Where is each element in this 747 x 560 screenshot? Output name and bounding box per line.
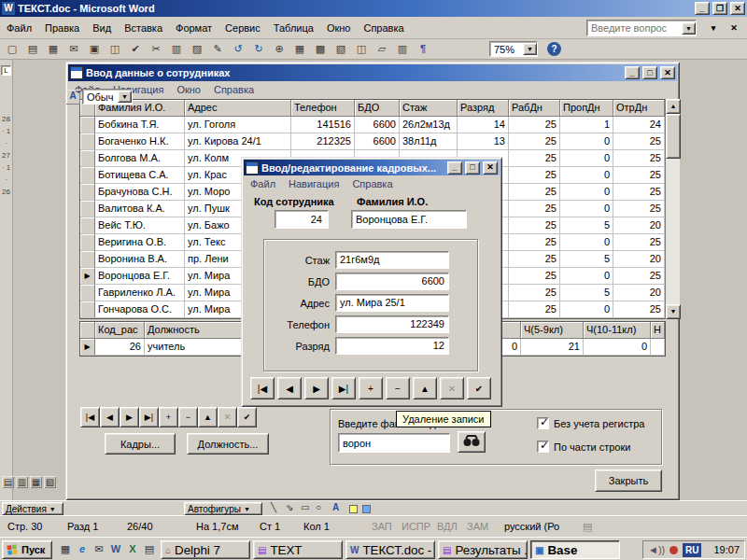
field-input[interactable]: 12 xyxy=(335,337,449,355)
grid-cell[interactable]: 25 xyxy=(613,268,665,285)
scroll-down-icon[interactable]: ▼ xyxy=(666,304,681,319)
word-icon[interactable]: W xyxy=(108,541,123,556)
grid-cell[interactable]: 26 xyxy=(95,339,145,356)
grid-cell[interactable]: ул. Гоголя xyxy=(185,117,291,133)
close-button[interactable]: ✕ xyxy=(660,66,675,79)
grid-cell[interactable]: 25 xyxy=(509,117,560,133)
grid-cell[interactable]: 0 xyxy=(560,133,613,150)
checkbox-icon[interactable] xyxy=(537,417,549,429)
grid-cell[interactable]: 26л2м13д xyxy=(400,117,458,133)
ie-icon[interactable]: e xyxy=(75,541,90,556)
minimize-button[interactable]: _ xyxy=(625,66,640,79)
taskbar-task-button[interactable]: ▤ TEXT xyxy=(253,540,343,559)
grid-cell[interactable]: 25 xyxy=(613,301,665,318)
grid-cell[interactable]: 5 xyxy=(560,251,613,268)
clock[interactable]: 19:07 xyxy=(713,544,740,555)
columns-icon[interactable]: ◫ xyxy=(353,41,370,58)
grid-cell[interactable]: 38л11д xyxy=(400,133,458,150)
kadry-button[interactable]: Кадры... xyxy=(105,433,176,455)
zoom-combobox[interactable]: 75% ▼ xyxy=(489,41,538,57)
checkbox-ignore-case[interactable]: Без учета регистра xyxy=(537,417,644,429)
code-field[interactable]: 24 xyxy=(275,210,329,229)
grid-cell[interactable]: 0 xyxy=(584,339,651,356)
word-menu-item[interactable]: Вставка xyxy=(118,17,169,39)
grid-cell[interactable]: 0 xyxy=(560,184,613,201)
ruler-tab-icon[interactable]: L xyxy=(1,65,11,76)
grid-cell[interactable]: Брачунова С.Н. xyxy=(95,184,185,201)
word-menu-item[interactable]: Файл xyxy=(0,17,38,39)
dialog-menu-item[interactable]: Навигация xyxy=(282,176,345,191)
grid-cell[interactable]: 25 xyxy=(613,201,665,217)
nav-last-button[interactable]: ▶| xyxy=(331,377,356,399)
actions-menu-button[interactable]: Действия▼ xyxy=(2,502,63,515)
grid-cell[interactable]: 14 xyxy=(458,117,509,133)
grid-cell[interactable]: Бобкина Т.Я. xyxy=(95,117,185,133)
grid-cell[interactable]: Воронцова Е.Г. xyxy=(95,268,185,285)
help-icon[interactable]: ? xyxy=(547,42,561,56)
scrollbar-thumb[interactable] xyxy=(666,114,681,159)
field-input[interactable]: 6600 xyxy=(335,273,449,290)
nav-prior-button[interactable]: ◀ xyxy=(100,407,120,427)
grid-cell[interactable]: 0 xyxy=(560,234,613,251)
maximize-button[interactable]: □ xyxy=(642,66,657,79)
nav-delete-button[interactable]: − xyxy=(178,407,198,427)
rectangle-icon[interactable]: ▭ xyxy=(301,502,309,512)
grid-cell[interactable]: 6600 xyxy=(355,117,400,133)
grid-cell[interactable]: 24 xyxy=(613,117,665,133)
new-document-icon[interactable]: ▢ xyxy=(4,41,21,58)
grid-cell[interactable]: 0 xyxy=(560,268,613,285)
grid-scrollbar[interactable]: ▲ ▼ xyxy=(665,99,680,319)
tables-borders-icon[interactable]: ▦ xyxy=(291,41,308,58)
grid-cell[interactable]: 6600 xyxy=(355,133,400,150)
wordart-icon[interactable]: А xyxy=(332,502,339,512)
close-button[interactable]: ✕ xyxy=(730,2,745,15)
normal-view-icon[interactable]: ▤ xyxy=(2,476,14,488)
open-icon[interactable]: ▤ xyxy=(24,41,41,58)
grid-cell[interactable]: 141516 xyxy=(291,117,355,133)
format-painter-icon[interactable]: ✎ xyxy=(209,41,226,58)
search-button[interactable] xyxy=(458,431,486,453)
grid-cell[interactable]: 25 xyxy=(613,150,665,167)
grid-cell[interactable]: 5 xyxy=(560,217,613,234)
folder-icon[interactable]: ▤ xyxy=(142,541,157,556)
nav-prior-button[interactable]: ◀ xyxy=(277,377,302,399)
nav-next-button[interactable]: ▶ xyxy=(304,377,329,399)
insert-table-icon[interactable]: ▩ xyxy=(312,41,329,58)
name-field[interactable]: Воронцова Е.Г. xyxy=(351,210,467,229)
close-document-icon[interactable]: ✕ xyxy=(726,21,741,35)
minimize-button[interactable]: _ xyxy=(447,161,462,175)
grid-cell[interactable]: 25 xyxy=(509,150,560,167)
app-menu-item[interactable]: Справка xyxy=(207,82,261,98)
table-row[interactable]: Бобкина Т.Я. ул. Гоголя 141516 6600 26л2… xyxy=(80,117,665,133)
show-desktop-icon[interactable]: ▦ xyxy=(58,541,73,556)
nav-post-button[interactable]: ✔ xyxy=(467,377,491,399)
line-color-icon[interactable] xyxy=(362,505,371,513)
grid-cell[interactable]: 25 xyxy=(509,133,560,150)
grid-cell[interactable]: Гавриленко Л.А. xyxy=(95,285,185,301)
grid-cell[interactable]: ул. Кирова 24/1 xyxy=(185,133,291,150)
word-menu-item[interactable]: Правка xyxy=(38,17,86,39)
autoshapes-menu-button[interactable]: Автофигуры▼ xyxy=(184,502,262,515)
nav-first-button[interactable]: |◀ xyxy=(250,377,275,399)
grid-cell[interactable]: 25 xyxy=(509,184,560,201)
save-icon[interactable]: ▦ xyxy=(45,41,62,58)
table-row[interactable]: Богаченко Н.К. ул. Кирова 24/1 212325 66… xyxy=(80,133,665,150)
grid-cell[interactable]: 20 xyxy=(613,251,665,268)
styles-icon[interactable]: А xyxy=(65,90,80,105)
maximize-button[interactable]: □ xyxy=(465,161,480,175)
grid-cell[interactable]: 25 xyxy=(509,217,560,234)
field-input[interactable]: 122349 xyxy=(335,315,449,333)
email-icon[interactable]: ✉ xyxy=(65,41,82,58)
checkbox-icon[interactable] xyxy=(537,441,549,453)
grid-cell[interactable]: 25 xyxy=(509,285,560,301)
grid-cell[interactable]: 25 xyxy=(613,234,665,251)
grid-cell[interactable]: 25 xyxy=(509,234,560,251)
arrow-icon[interactable]: ⇘ xyxy=(286,502,293,512)
grid-cell[interactable]: 1 xyxy=(560,117,613,133)
grid-cell[interactable]: 25 xyxy=(613,167,665,184)
nav-edit-button[interactable]: ▲ xyxy=(198,407,218,427)
print-preview-icon[interactable]: ◫ xyxy=(106,41,123,58)
grid-cell[interactable]: 25 xyxy=(509,301,560,318)
web-view-icon[interactable]: ▥ xyxy=(16,476,28,488)
restore-button[interactable]: ❐ xyxy=(712,2,727,15)
